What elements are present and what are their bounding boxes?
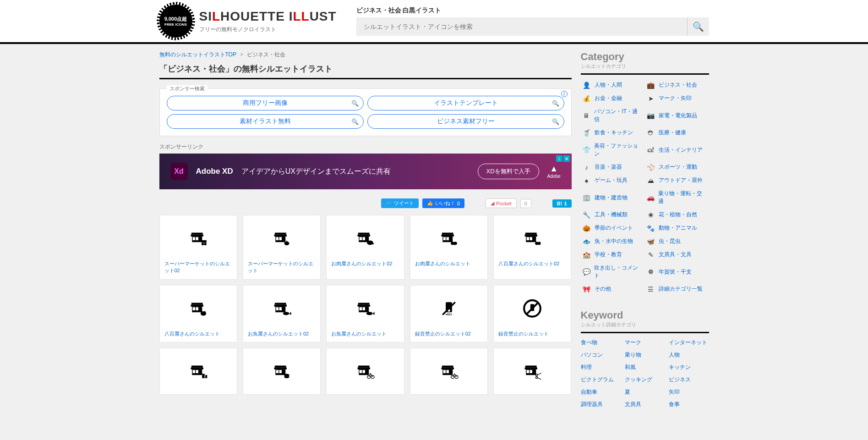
category-item[interactable]: 🔧工具・機械類: [581, 208, 645, 221]
breadcrumb-home[interactable]: 無料のシルエットイラストTOP: [159, 51, 236, 58]
category-item[interactable]: 💰お金・金融: [581, 92, 645, 105]
category-item[interactable]: 🦋虫・昆虫: [645, 235, 709, 248]
ad-close-icon[interactable]: ✕: [563, 155, 570, 162]
keyword-link[interactable]: キッチン: [669, 362, 709, 373]
illustration-card[interactable]: 八百屋さんのシルエット02: [493, 215, 571, 280]
hatena-button[interactable]: B! 1: [552, 199, 572, 208]
category-item[interactable]: 💬吹き出し・コメント: [581, 261, 645, 282]
category-label: 学校・教育: [595, 251, 622, 258]
card-title: 八百屋さんのシルエット02: [498, 260, 566, 267]
svg-rect-28: [525, 235, 538, 236]
keyword-link[interactable]: マーク: [625, 337, 665, 348]
facebook-like-button[interactable]: 👍 いいね！ 0: [422, 198, 464, 208]
category-item[interactable]: 🎀その他: [581, 282, 645, 296]
illustration-card[interactable]: [326, 348, 404, 395]
category-item[interactable]: ⚾スポーツ・運動: [645, 160, 709, 174]
svg-rect-86: [446, 370, 449, 373]
category-item[interactable]: 🐟魚・水中の生物: [581, 235, 645, 248]
svg-rect-70: [276, 370, 279, 373]
svg-rect-32: [530, 237, 533, 240]
keyword-link[interactable]: ピクトグラム: [581, 374, 621, 385]
keyword-link[interactable]: 乗り物: [625, 349, 665, 361]
category-item[interactable]: ➤マーク・矢印: [645, 92, 709, 105]
keyword-link[interactable]: 料理: [581, 362, 621, 373]
logo-area[interactable]: 9,000点超 FREE ICONS SILHOUETTE ILLUST フリー…: [159, 5, 356, 38]
category-label: 乗り物・運転・交通: [658, 190, 707, 205]
ad-info-icon[interactable]: i: [556, 155, 562, 162]
keyword-link[interactable]: 人物: [669, 349, 709, 361]
svg-rect-61: [191, 366, 203, 368]
svg-rect-85: [443, 370, 446, 373]
category-item[interactable]: 🏫学校・教育: [581, 248, 645, 261]
category-icon: 🏢: [583, 194, 591, 201]
category-item[interactable]: 🥤飲食・キッチン: [581, 126, 645, 139]
illustration-card[interactable]: お魚屋さんのシルエット: [326, 285, 404, 342]
sponsor-link-3[interactable]: ビジネス素材フリー🔍: [367, 114, 564, 129]
illustration-card[interactable]: [243, 348, 321, 395]
category-label: ゲーム・玩具: [595, 176, 628, 184]
category-item[interactable]: 👕美容・ファッション: [581, 139, 645, 160]
keyword-link[interactable]: パソコン: [581, 349, 621, 361]
category-item[interactable]: ♠ゲーム・玩具: [581, 174, 645, 187]
illustration-card[interactable]: スーパーマーケットのシルエット02: [159, 215, 237, 280]
category-item[interactable]: 💼ビジネス・社会: [645, 78, 709, 92]
category-item[interactable]: 📷家電・電化製品: [645, 105, 709, 126]
keyword-link[interactable]: 調理器具: [581, 399, 621, 410]
category-item[interactable]: 👤人物・人間: [581, 78, 645, 92]
svg-point-27: [453, 242, 457, 245]
category-item[interactable]: 🎃季節のイベント: [581, 221, 645, 235]
category-item[interactable]: 🚗乗り物・運転・交通: [645, 187, 709, 208]
illustration-card[interactable]: [159, 348, 237, 395]
search-input[interactable]: [356, 17, 687, 36]
illustration-card[interactable]: 録音禁止のシルエット: [493, 285, 571, 342]
category-item[interactable]: ♪音楽・楽器: [581, 160, 645, 174]
twitter-share-button[interactable]: 🐦 ツイート: [381, 198, 419, 208]
category-icon: ♪: [583, 164, 591, 171]
illustration-card[interactable]: お魚屋さんのシルエット02: [243, 285, 321, 342]
keyword-link[interactable]: 食事: [669, 399, 709, 410]
keyword-link[interactable]: 夏: [625, 386, 665, 398]
illustration-card[interactable]: お肉屋さんのシルエット: [410, 215, 488, 280]
keyword-link[interactable]: インターネット: [669, 337, 709, 348]
info-icon[interactable]: i: [561, 91, 568, 97]
search-button[interactable]: 🔍: [687, 17, 709, 36]
category-item[interactable]: ☰詳細カテゴリ一覧: [645, 282, 709, 296]
category-item[interactable]: 🏢建物・建造物: [581, 187, 645, 208]
category-label: 工具・機械類: [595, 211, 628, 219]
category-icon: 🎃: [583, 225, 591, 232]
category-item[interactable]: 🐾動物・アニマル: [645, 221, 709, 235]
keyword-link[interactable]: ビジネス: [669, 374, 709, 385]
category-item[interactable]: ✎文房具・文具: [645, 248, 709, 261]
illustration-card[interactable]: 八百屋さんのシルエット: [159, 285, 237, 342]
sponsor-link-1[interactable]: イラストテンプレート🔍: [367, 96, 564, 110]
category-item[interactable]: ⛰アウトドア・屋外: [645, 174, 709, 187]
illustration-card[interactable]: [410, 348, 488, 395]
category-icon: 🏫: [583, 251, 591, 258]
category-icon: 💰: [583, 95, 591, 102]
category-heading: Category: [581, 51, 709, 63]
keyword-link[interactable]: 食べ物: [581, 337, 621, 348]
keyword-link[interactable]: 矢印: [669, 386, 709, 398]
illustration-card[interactable]: お肉屋さんのシルエット02: [326, 215, 404, 280]
category-item[interactable]: 🖥パソコン・IT・通信: [581, 105, 645, 126]
illustration-card[interactable]: ●REC録音禁止のシルエット02: [410, 285, 488, 342]
category-item[interactable]: ⛑医療・健康: [645, 126, 709, 139]
category-item[interactable]: ❀花・植物・自然: [645, 208, 709, 221]
svg-point-46: [283, 312, 289, 315]
keyword-link[interactable]: 和風: [625, 362, 665, 373]
sponsor-link-2[interactable]: 素材イラスト無料🔍: [167, 114, 364, 129]
category-item[interactable]: 🛋生活・インテリア: [645, 139, 709, 160]
illustration-card[interactable]: [493, 348, 571, 395]
keyword-link[interactable]: クッキング: [625, 374, 665, 385]
keyword-link[interactable]: 文房具: [625, 399, 665, 410]
pocket-button[interactable]: ◢ Pocket: [486, 198, 517, 208]
sponsor-link-0[interactable]: 商用フリー画像🔍: [167, 96, 364, 110]
banner-cta-button[interactable]: XDを無料で入手: [478, 164, 539, 179]
ad-banner[interactable]: i ✕ Xd Adobe XD アイデアからUXデザインまでスムーズに共有 XD…: [159, 154, 572, 189]
store-fruit-icon: [498, 220, 566, 257]
category-item[interactable]: ❁年賀状・干支: [645, 261, 709, 282]
illustration-card[interactable]: スーパーマーケットのシルエット: [243, 215, 321, 280]
category-label: ビジネス・社会: [659, 81, 697, 89]
svg-point-5: [202, 243, 204, 246]
keyword-link[interactable]: 自動車: [581, 386, 621, 398]
